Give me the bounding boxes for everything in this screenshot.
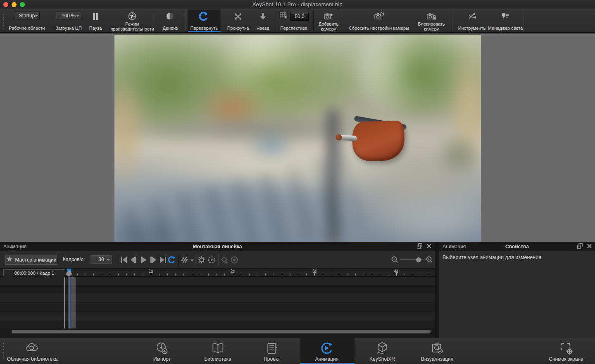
ruler-label-2s: 2s <box>231 269 235 274</box>
cpu-usage-selector[interactable]: 100 % Загрузка ЦП <box>53 10 84 32</box>
loop-playback-button[interactable] <box>167 255 176 264</box>
project-label: Проект <box>264 356 280 362</box>
properties-empty-message: Выберите узел анимации для изменения <box>443 255 541 260</box>
add-camera-button[interactable]: Добавить камеру <box>308 10 349 32</box>
record-keyframes-button[interactable] <box>230 255 239 264</box>
lock-camera-button[interactable]: Блокировать камеру <box>411 10 452 32</box>
timeline-ruler[interactable]: 00:00:000 / Кадр 1 0s 1s 2s 3s 4s <box>0 269 435 277</box>
performance-mode-label: Режим производительности <box>107 21 157 31</box>
fps-value: 30 <box>98 257 104 262</box>
light-manager-button[interactable]: Менеджер света <box>485 10 526 32</box>
add-keyframe-button[interactable] <box>220 255 229 264</box>
chevron-down-icon <box>76 15 79 17</box>
perspective-grid-icon <box>279 12 288 21</box>
timeline-settings-button[interactable] <box>197 255 206 264</box>
timeline-zoom-slider-track[interactable] <box>400 259 426 260</box>
step-back-button[interactable] <box>129 255 138 264</box>
timeline-panel: Анимация Монтажная линейка <box>0 242 435 338</box>
dock-grip[interactable] <box>3 342 4 360</box>
properties-panel: Анимация Свойства Выберите узел анимации… <box>439 242 595 338</box>
timeline-zoom-slider-thumb[interactable] <box>416 257 421 262</box>
fps-label: Кадров/с: <box>63 257 85 262</box>
chevron-down-icon <box>34 15 38 17</box>
cpu-combo[interactable]: 100 % <box>56 12 81 19</box>
scroll-label: Прокрутка <box>227 26 249 31</box>
light-manager-icon <box>500 12 511 21</box>
performance-mode-icon: P <box>127 12 137 21</box>
ruler-major-ticks <box>69 271 433 276</box>
svg-text:P: P <box>131 14 133 19</box>
minimize-window-button[interactable] <box>12 2 17 7</box>
dock-item-render[interactable]: Визуализация <box>421 338 454 364</box>
close-panel-icon[interactable] <box>426 243 432 249</box>
pause-label: Пауза <box>89 26 102 31</box>
playhead-line-secondary <box>64 277 65 328</box>
lock-camera-icon <box>426 12 437 21</box>
ruler-label-1s: 1s <box>149 269 153 274</box>
reset-camera-button[interactable]: Сбросить настройки камеры <box>346 10 412 32</box>
close-panel-icon[interactable] <box>586 243 593 249</box>
tools-button[interactable]: Инструменты <box>456 10 489 32</box>
dock-item-cloud-library[interactable]: Облачная библиотека <box>7 338 58 364</box>
timeline-hscrollbar[interactable] <box>0 328 435 338</box>
cpu-label: Загрузка ЦП <box>55 26 82 31</box>
timeline-panel-context: Анимация <box>3 244 26 250</box>
dock-item-screenshot[interactable]: Снимок экрана <box>549 338 583 364</box>
fps-select[interactable]: 30 <box>90 255 112 264</box>
traffic-lights <box>3 2 25 7</box>
current-time-display: 00:00:000 / Кадр 1 <box>3 269 65 276</box>
timeline-hscrollbar-thumb[interactable] <box>12 330 431 333</box>
timeline-zoom-out-icon[interactable] <box>390 255 399 264</box>
play-button[interactable] <box>139 255 148 264</box>
timeline-panel-title: Монтажная линейка <box>0 244 435 250</box>
playhead-band <box>68 277 76 328</box>
playhead-line[interactable] <box>69 277 70 328</box>
screenshot-icon <box>559 341 574 356</box>
cloud-library-icon <box>25 341 39 356</box>
render-viewport[interactable] <box>114 35 481 242</box>
float-panel-icon[interactable] <box>416 243 423 249</box>
import-label: Импорт <box>153 356 171 362</box>
keyshotxr-cube-icon <box>375 341 389 356</box>
dolly-button[interactable]: Наезд <box>254 10 271 32</box>
animation-wizard-button[interactable]: Мастер анимации <box>5 254 58 265</box>
library-label: Библиотека <box>204 356 231 362</box>
timeline-tracks[interactable] <box>0 277 435 328</box>
workspace-combo[interactable]: Startup <box>14 12 40 19</box>
close-window-button[interactable] <box>3 2 8 7</box>
add-camera-label: Добавить камеру <box>311 21 346 31</box>
add-camera-icon <box>323 12 334 21</box>
dolly-arrow-icon <box>258 12 268 21</box>
dock-item-animation[interactable]: Анимация <box>315 338 338 364</box>
workspace-selector[interactable]: Startup Рабочие области <box>6 10 47 32</box>
main-toolbar: Startup Рабочие области 100 % Загрузка Ц… <box>0 9 595 33</box>
shovel-model[interactable] <box>341 118 406 167</box>
perspective-label: Перспектива <box>280 26 307 31</box>
step-forward-button[interactable] <box>149 255 158 264</box>
lock-camera-label: Блокировать камеру <box>414 21 449 31</box>
dock-item-library[interactable]: Библиотека <box>204 338 231 364</box>
toolbar-grip[interactable] <box>3 13 4 29</box>
skip-to-start-button[interactable] <box>119 255 128 264</box>
dock-item-import[interactable]: Импорт <box>153 338 171 364</box>
perspective-control[interactable]: 50,0 Перспектива <box>276 10 311 32</box>
dock-item-project[interactable]: Проект <box>264 338 280 364</box>
reset-camera-icon <box>374 12 384 21</box>
animation-wizard-label: Мастер анимации <box>15 257 56 263</box>
bottom-panels: Анимация Монтажная линейка <box>0 242 595 338</box>
light-manager-label: Менеджер света <box>488 26 523 31</box>
flip-button[interactable]: Перевернуть <box>188 10 221 32</box>
zoom-window-button[interactable] <box>20 2 25 7</box>
pause-button[interactable]: Пауза <box>87 10 105 32</box>
dock-item-keyshotxr[interactable]: KeyShotXR <box>369 338 395 364</box>
tools-label: Инструменты <box>458 26 487 31</box>
performance-mode-button[interactable]: P Режим производительности <box>105 10 159 32</box>
preview-render-button[interactable] <box>207 255 216 264</box>
scroll-button[interactable]: Прокрутка <box>225 10 252 32</box>
skip-to-end-button[interactable] <box>159 255 168 264</box>
denoise-label: Денойз <box>163 26 178 31</box>
denoise-button[interactable]: Денойз <box>160 10 181 32</box>
perspective-value-field[interactable]: 50,0 <box>290 13 309 21</box>
float-panel-icon[interactable] <box>577 243 583 249</box>
timeline-zoom-in-icon[interactable] <box>425 255 434 264</box>
